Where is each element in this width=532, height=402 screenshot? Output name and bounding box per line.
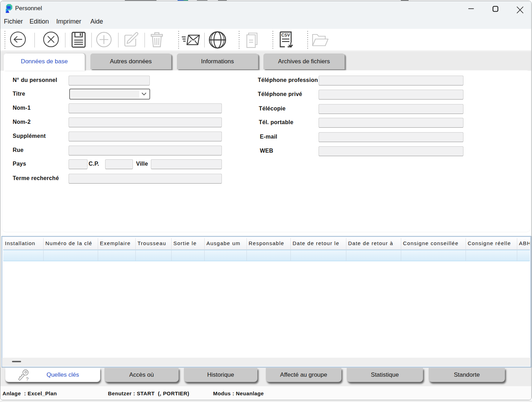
svg-text:CSV: CSV: [281, 33, 290, 38]
svg-text:?: ?: [26, 376, 29, 382]
